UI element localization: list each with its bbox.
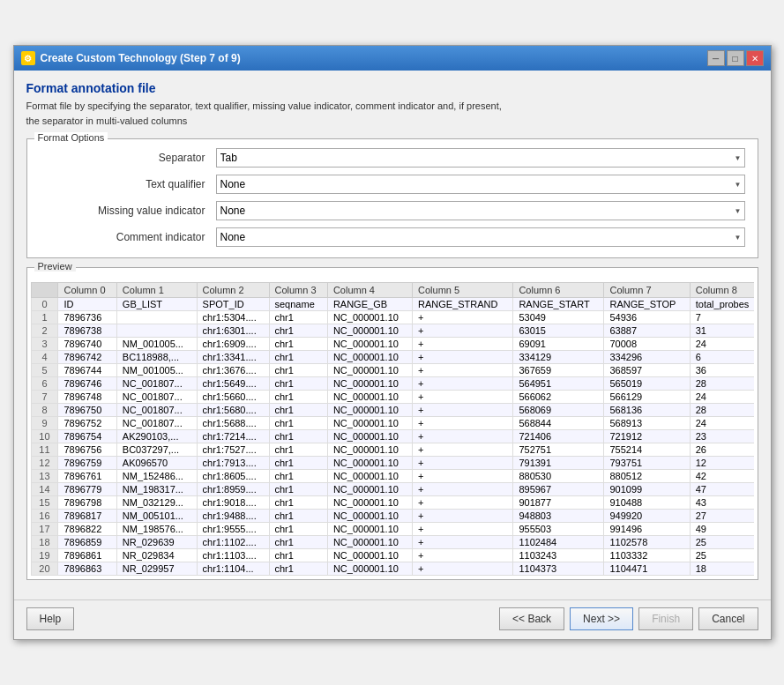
data-cell: chr1: [269, 351, 327, 364]
preview-group: Preview Column 0 Column 1 Column 2 Colum…: [26, 267, 758, 580]
description-line1: Format file by specifying the separator,…: [26, 101, 502, 111]
data-cell: chr1: [269, 483, 327, 496]
data-cell: NC_000001.10: [327, 510, 412, 523]
table-row: 37896740NM_001005...chr1:6909....chr1NC_…: [31, 338, 754, 351]
data-cell: chr1:8959....: [197, 483, 269, 496]
row-num-cell: 18: [31, 536, 58, 549]
data-cell: NC_000001.10: [327, 430, 412, 443]
data-cell: chr1:7214....: [197, 430, 269, 443]
data-cell: 901099: [604, 483, 690, 496]
text-qualifier-select[interactable]: None: [216, 175, 745, 194]
data-cell: chr1: [269, 324, 327, 338]
data-cell: [116, 311, 197, 324]
help-button[interactable]: Help: [26, 607, 75, 630]
data-cell: 7: [690, 311, 753, 324]
data-cell: 7896761: [58, 470, 116, 483]
finish-button[interactable]: Finish: [638, 607, 693, 630]
minimize-button[interactable]: ─: [707, 50, 725, 66]
row-num-cell: 7: [31, 391, 58, 404]
page-title: Format annotation file: [26, 81, 758, 95]
data-cell: +: [413, 311, 513, 324]
table-row: 147896779NM_198317...chr1:8959....chr1NC…: [31, 483, 754, 496]
data-cell: +: [413, 324, 513, 338]
data-cell: 568136: [604, 404, 690, 417]
next-button[interactable]: Next >>: [570, 607, 633, 630]
col-header-3: Column 3: [269, 283, 327, 298]
data-cell: chr1: [269, 391, 327, 404]
data-cell: chr1: [269, 377, 327, 391]
footer-right: << Back Next >> Finish Cancel: [499, 607, 758, 630]
data-cell: 1102484: [513, 536, 604, 549]
data-cell: NC_000001.10: [327, 311, 412, 324]
field-3: seqname: [269, 298, 327, 311]
data-cell: [116, 324, 197, 338]
data-cell: 24: [690, 391, 753, 404]
data-cell: 566129: [604, 391, 690, 404]
back-button[interactable]: << Back: [499, 607, 564, 630]
help-button-container: Help: [26, 607, 75, 630]
data-cell: +: [413, 364, 513, 377]
table-row: 47896742BC118988,...chr1:3341....chr1NC_…: [31, 351, 754, 364]
data-cell: 880530: [513, 470, 604, 483]
data-cell: 12: [690, 457, 753, 470]
col-header-2: Column 2: [197, 283, 269, 298]
data-cell: 565019: [604, 377, 690, 391]
description-line2: the separator in multi-valued columns: [26, 115, 188, 126]
separator-select-wrapper[interactable]: Tab: [216, 148, 745, 168]
preview-table-container[interactable]: Column 0 Column 1 Column 2 Column 3 Colu…: [31, 282, 754, 576]
data-cell: NC_000001.10: [327, 483, 412, 496]
data-cell: 1103332: [604, 549, 690, 562]
field-5: RANGE_STRAND: [413, 298, 513, 311]
preview-tbody: 17896736chr1:5304....chr1NC_000001.10+53…: [31, 311, 754, 576]
data-cell: 334129: [513, 351, 604, 364]
data-cell: 791391: [513, 457, 604, 470]
data-cell: 7896746: [58, 377, 116, 391]
data-cell: NC_000001.10: [327, 404, 412, 417]
data-cell: NR_029957: [116, 562, 197, 576]
data-cell: chr1: [269, 470, 327, 483]
data-cell: +: [413, 417, 513, 430]
data-cell: 564951: [513, 377, 604, 391]
close-button[interactable]: ✕: [746, 50, 764, 66]
row-num-cell: 3: [31, 338, 58, 351]
content-area: Format annotation file Format file by sp…: [14, 71, 771, 599]
data-cell: 566062: [513, 391, 604, 404]
table-row: 157896798NM_032129...chr1:9018....chr1NC…: [31, 496, 754, 510]
data-cell: 955503: [513, 523, 604, 536]
data-cell: 54936: [604, 311, 690, 324]
table-row: 167896817NM_005101...chr1:9488....chr1NC…: [31, 510, 754, 523]
table-row: 207896863NR_029957chr1:1104...chr1NC_000…: [31, 562, 754, 576]
missing-value-select-wrapper[interactable]: None: [216, 201, 745, 220]
separator-select[interactable]: Tab: [216, 148, 745, 168]
data-cell: BC118988,...: [116, 351, 197, 364]
data-cell: chr1: [269, 364, 327, 377]
comment-indicator-label: Comment indicator: [40, 231, 216, 243]
data-cell: 7896861: [58, 549, 116, 562]
comment-indicator-select-wrapper[interactable]: None: [216, 227, 745, 247]
maximize-button[interactable]: □: [727, 50, 744, 66]
data-cell: +: [413, 457, 513, 470]
text-qualifier-row: Text qualifier None: [40, 175, 745, 194]
data-cell: 949920: [604, 510, 690, 523]
data-cell: 70008: [604, 338, 690, 351]
table-row: 97896752NC_001807...chr1:5688....chr1NC_…: [31, 417, 754, 430]
data-cell: 1102578: [604, 536, 690, 549]
data-cell: +: [413, 338, 513, 351]
text-qualifier-select-wrapper[interactable]: None: [216, 175, 745, 194]
data-cell: +: [413, 443, 513, 457]
cancel-button[interactable]: Cancel: [698, 607, 758, 630]
field-row-num: 0: [31, 298, 58, 311]
data-cell: NC_000001.10: [327, 443, 412, 457]
data-cell: 755214: [604, 443, 690, 457]
data-cell: NC_000001.10: [327, 377, 412, 391]
data-cell: 47: [690, 483, 753, 496]
row-num-cell: 15: [31, 496, 58, 510]
data-cell: chr1:3676....: [197, 364, 269, 377]
col-header-0: Column 0: [58, 283, 116, 298]
data-cell: +: [413, 562, 513, 576]
field-4: RANGE_GB: [327, 298, 412, 311]
data-cell: 568069: [513, 404, 604, 417]
data-cell: NC_000001.10: [327, 351, 412, 364]
missing-value-select[interactable]: None: [216, 201, 745, 220]
comment-indicator-select[interactable]: None: [216, 227, 745, 247]
